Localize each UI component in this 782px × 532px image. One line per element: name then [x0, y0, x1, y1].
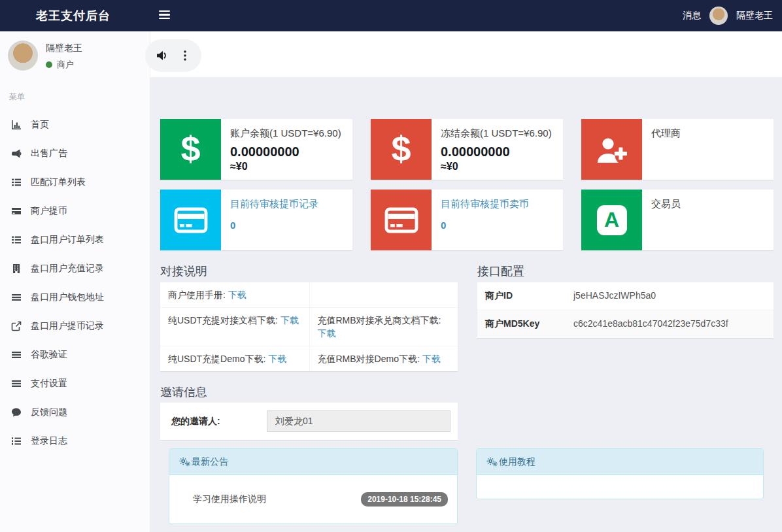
content-header-strip [150, 31, 782, 77]
credit-card-icon [371, 190, 432, 250]
announcement-panel-heading: 最新公告 [169, 449, 457, 475]
top-navbar: 老王支付后台 消息 隔壁老王 [0, 0, 782, 31]
tutorial-panel-body [477, 475, 763, 499]
sidebar-item-label: 盘口用户订单列表 [31, 234, 104, 246]
building-icon [10, 263, 22, 274]
announcement-timestamp-badge: 2019-10-18 15:28:45 [361, 492, 448, 507]
download-link[interactable]: 下载 [268, 354, 286, 364]
doc-label: 商户使用手册: [168, 290, 226, 300]
doc-label: 充值RMB对接Demo下载: [318, 354, 420, 364]
bars-icon [10, 350, 22, 360]
sidebar-avatar [8, 41, 38, 71]
sidebar-item-label: 出售广告 [31, 148, 67, 159]
sidebar-item-label: 登录日志 [31, 435, 67, 447]
sidebar-item-merchant-withdraw[interactable]: 商户提币 [0, 197, 150, 225]
merchant-md5key-value: c6c2c41e8acb81c47042f23e75d7c33f [573, 318, 728, 330]
card-title: 交易员 [651, 198, 681, 210]
card-value: 0 [441, 220, 529, 231]
media-control-pill [145, 39, 201, 72]
bars-icon [10, 292, 22, 303]
hamburger-menu-icon[interactable] [159, 10, 170, 21]
comment-icon [10, 407, 22, 418]
credit-card-icon [10, 206, 22, 216]
card-title: 账户余额(1 USDT=¥6.90) [230, 127, 341, 140]
sidebar-item-label: 商户提币 [31, 205, 67, 217]
invite-box: 您的邀请人: 刘爱龙01 [160, 403, 458, 440]
sidebar-item-home[interactable]: 首页 [0, 110, 150, 139]
external-link-icon [10, 321, 22, 331]
download-link[interactable]: 下载 [228, 290, 246, 300]
sidebar-item-user-withdrawals[interactable]: 盘口用户提币记录 [0, 312, 150, 341]
brand-title[interactable]: 老王支付后台 [36, 0, 110, 31]
list-icon [10, 177, 22, 188]
tutorial-panel-heading: 使用教程 [477, 449, 763, 475]
sidebar-item-match-orders[interactable]: 匹配订单列表 [0, 168, 150, 197]
user-avatar[interactable] [709, 7, 728, 25]
card-pending-sell[interactable]: 目前待审核提币卖币 0 [371, 190, 563, 250]
inviter-label: 您的邀请人: [171, 416, 267, 427]
card-pending-withdrawals[interactable]: 目前待审核提币记录 0 [160, 190, 352, 250]
online-status-dot [46, 61, 52, 68]
announcement-panel-title: 最新公告 [192, 456, 228, 468]
sidebar-item-login-logs[interactable]: 登录日志 [0, 427, 150, 456]
card-value: 0.00000000 [441, 144, 552, 159]
api-section-title: 接口配置 [477, 263, 524, 279]
download-link[interactable]: 下载 [280, 315, 299, 325]
sidebar-item-label: 盘口用户钱包地址 [31, 291, 104, 303]
docs-box: 商户使用手册: 下载 纯USDT充提对接文档下载: 下载 充值RMB对接承兑商文… [160, 282, 458, 371]
sidebar-item-label: 反馈问题 [31, 407, 67, 418]
inviter-input[interactable]: 刘爱龙01 [267, 410, 450, 432]
sidebar-item-label: 支付设置 [31, 378, 67, 390]
doc-label: 纯USDT充提对接文档下载: [168, 315, 278, 325]
sidebar-user-name: 隔壁老王 [46, 42, 82, 54]
card-agent: 代理商 [581, 119, 774, 180]
download-link[interactable]: 下载 [318, 328, 336, 339]
sidebar-menu: 首页 出售广告 匹配订单列表 商户提币 盘口用户订单列表 盘口用户充值记录 [0, 110, 150, 456]
docs-row: 纯USDT充提Demo下载: 下载 充值RMB对接Demo下载: 下载 [160, 346, 458, 371]
credit-card-icon [160, 190, 221, 250]
bar-chart-icon [10, 120, 22, 130]
a-badge-icon: A [581, 190, 642, 250]
tutorial-panel: 使用教程 [476, 448, 764, 499]
card-approx-value: ≈¥0 [441, 161, 552, 173]
dollar-icon: $ [160, 119, 221, 180]
config-row: 商户MD5Key c6c2c41e8acb81c47042f23e75d7c33… [477, 310, 774, 338]
sidebar-item-label: 盘口用户提币记录 [31, 320, 104, 332]
doc-label: 纯USDT充提Demo下载: [168, 354, 265, 364]
tutorial-panel-title: 使用教程 [499, 456, 536, 468]
sidebar-item-sell-ads[interactable]: 出售广告 [0, 139, 150, 168]
docs-row: 商户使用手册: 下载 [160, 282, 458, 307]
docs-section-title: 对接说明 [160, 263, 207, 279]
config-row: 商户ID j5eHASJczIWPh5a0 [477, 282, 774, 310]
card-title: 冻结余额(1 USDT=¥6.90) [441, 127, 552, 140]
download-link[interactable]: 下载 [422, 354, 441, 364]
sidebar-item-user-orders[interactable]: 盘口用户订单列表 [0, 225, 150, 254]
sidebar-item-label: 谷歌验证 [31, 349, 67, 361]
sidebar-item-user-wallets[interactable]: 盘口用户钱包地址 [0, 283, 150, 312]
sidebar-item-label: 盘口用户充值记录 [31, 263, 104, 274]
sidebar-item-user-deposits[interactable]: 盘口用户充值记录 [0, 254, 150, 283]
card-title: 代理商 [651, 127, 681, 140]
docs-row: 纯USDT充提对接文档下载: 下载 充值RMB对接承兑商文档下载: 下载 [160, 307, 458, 346]
sidebar-item-feedback[interactable]: 反馈问题 [0, 398, 150, 427]
speaker-icon[interactable] [154, 48, 170, 63]
list-ol-icon [10, 436, 22, 446]
card-trader: A 交易员 [581, 190, 774, 250]
cogs-icon [486, 457, 498, 467]
messages-link[interactable]: 消息 [683, 10, 701, 22]
more-options-icon[interactable] [178, 48, 192, 63]
bars-icon [10, 378, 22, 389]
doc-label: 充值RMB对接承兑商文档下载: [318, 315, 441, 325]
card-account-balance: $ 账户余额(1 USDT=¥6.90) 0.00000000 ≈¥0 [160, 119, 352, 180]
menu-section-label: 菜单 [0, 91, 150, 103]
sidebar-item-google-auth[interactable]: 谷歌验证 [0, 341, 150, 369]
card-value: 0.00000000 [230, 144, 341, 159]
announcement-item[interactable]: 学习使用操作说明 2019-10-18 15:28:45 [169, 475, 457, 524]
sidebar-user-role: 商户 [57, 59, 74, 71]
sidebar-item-payment-settings[interactable]: 支付设置 [0, 369, 150, 398]
dollar-icon: $ [371, 119, 432, 180]
merchant-id-label: 商户ID [485, 290, 573, 302]
list-icon [10, 235, 22, 245]
user-menu[interactable]: 隔壁老王 [736, 10, 773, 22]
navbar-right: 消息 隔壁老王 [683, 0, 773, 31]
